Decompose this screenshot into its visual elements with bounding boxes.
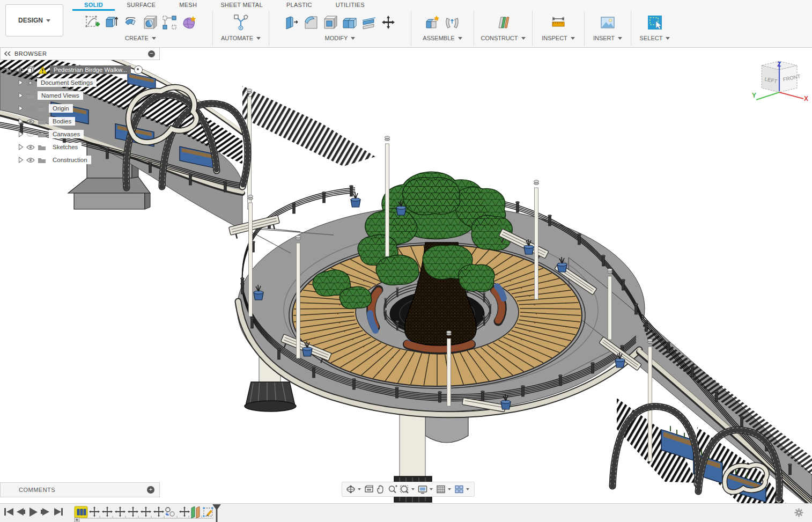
minimize-icon[interactable]: − [148, 50, 155, 57]
collapsed-arrow-icon[interactable] [18, 157, 24, 163]
eye-hidden-icon[interactable] [26, 131, 35, 137]
activate-component-radio[interactable] [134, 65, 143, 74]
go-to-start-button[interactable] [4, 508, 13, 516]
browser-root-row[interactable]: Pedestrian Birdge Walkw... [0, 63, 160, 76]
axis-x-label[interactable]: X [804, 95, 808, 102]
revolve-icon[interactable] [122, 14, 139, 31]
hole-icon[interactable] [142, 14, 159, 31]
create-sketch-icon[interactable] [84, 14, 101, 31]
joint-icon[interactable] [444, 14, 461, 31]
collapsed-arrow-icon[interactable] [18, 118, 24, 124]
timeline-playhead[interactable] [212, 504, 221, 522]
group-label-create[interactable]: CREATE [125, 35, 149, 41]
group-label-modify[interactable]: MODIFY [325, 35, 348, 41]
step-forward-button[interactable] [41, 508, 49, 516]
tree-item-label[interactable]: Origin [49, 104, 73, 113]
chevron-down-icon[interactable] [466, 488, 469, 490]
add-comment-icon[interactable]: + [147, 486, 154, 494]
eye-icon[interactable] [26, 119, 35, 124]
feature-move[interactable] [153, 506, 164, 517]
eye-hidden-icon[interactable] [26, 106, 35, 112]
browser-header[interactable]: BROWSER − [0, 47, 160, 60]
group-label-inspect[interactable]: INSPECT [542, 35, 567, 41]
tree-item-label[interactable]: Named Views [38, 91, 83, 100]
feature-offset-plane[interactable] [191, 506, 200, 518]
feature-move[interactable] [115, 506, 126, 517]
timeline-settings-gear-icon[interactable] [794, 508, 803, 517]
browser-row-construction[interactable]: Construction [0, 153, 160, 166]
tree-item-label[interactable]: Sketches [49, 143, 82, 151]
combine-icon[interactable] [341, 14, 358, 31]
tree-item-label[interactable]: Document Settings [37, 78, 97, 87]
eye-icon[interactable] [26, 157, 35, 163]
tab-mesh[interactable]: MESH [167, 0, 209, 11]
zoom-icon[interactable] [387, 484, 398, 494]
shell-icon[interactable] [322, 14, 339, 31]
orbit-icon[interactable] [345, 484, 356, 494]
fit-icon[interactable] [399, 484, 410, 494]
chevron-down-icon[interactable] [430, 488, 433, 490]
chevron-down-icon[interactable] [448, 488, 451, 490]
pan-icon[interactable] [375, 484, 386, 494]
display-settings-icon[interactable] [417, 484, 428, 494]
feature-move[interactable] [102, 506, 113, 517]
axis-z-label[interactable]: Z [777, 61, 781, 68]
browser-row-named-views[interactable]: Named Views [0, 89, 160, 102]
tab-surface[interactable]: SURFACE [115, 0, 167, 11]
collapse-panel-icon[interactable] [4, 51, 11, 56]
tree-item-label[interactable]: Canvases [49, 130, 84, 138]
browser-row-sketches[interactable]: Sketches [0, 141, 160, 153]
eye-icon[interactable] [16, 67, 24, 73]
browser-row-canvases[interactable]: Canvases [0, 128, 160, 141]
eye-icon[interactable] [26, 144, 35, 150]
feature-replace[interactable] [166, 508, 174, 516]
tree-item-label[interactable]: Construction [49, 156, 91, 164]
chevron-down-icon[interactable] [358, 488, 361, 490]
collapsed-arrow-icon[interactable] [18, 131, 24, 137]
feature-move[interactable] [89, 506, 100, 517]
collapsed-arrow-icon[interactable] [18, 105, 24, 112]
comments-panel[interactable]: COMMENTS + [0, 482, 160, 497]
viewports-icon[interactable] [454, 484, 464, 494]
new-component-icon[interactable] [424, 14, 441, 31]
automate-icon[interactable] [232, 14, 249, 31]
group-label-insert[interactable]: INSERT [593, 35, 615, 41]
group-label-assemble[interactable]: ASSEMBLE [423, 35, 454, 41]
feature-sketch[interactable] [203, 508, 213, 517]
expanded-arrow-icon[interactable] [5, 66, 13, 73]
press-pull-icon[interactable] [283, 14, 300, 31]
play-button[interactable] [29, 508, 38, 517]
group-label-construct[interactable]: CONSTRUCT [481, 35, 518, 41]
split-body-icon[interactable] [360, 14, 378, 31]
construct-plane-icon[interactable] [494, 14, 512, 31]
tree-item-label[interactable]: Bodies [49, 117, 75, 126]
create-form-icon[interactable] [180, 14, 197, 31]
feature-move[interactable] [128, 506, 138, 517]
measure-icon[interactable] [550, 14, 567, 31]
browser-row-document-settings[interactable]: Document Settings [0, 76, 160, 89]
grid-display-icon[interactable] [435, 484, 446, 494]
browser-row-bodies[interactable]: Bodies [0, 115, 160, 128]
collapsed-arrow-icon[interactable] [18, 92, 24, 99]
collapsed-arrow-icon[interactable] [18, 144, 24, 150]
axis-y-label[interactable]: Y [752, 92, 756, 99]
select-icon[interactable] [646, 14, 663, 31]
step-back-button[interactable] [17, 508, 25, 516]
fillet-icon[interactable] [302, 14, 320, 31]
tab-plastic[interactable]: PLASTIC [275, 0, 324, 11]
view-cube[interactable]: Z Y X LEFT FRONT [750, 54, 809, 113]
workspace-selector[interactable]: DESIGN [5, 4, 63, 36]
feature-move[interactable] [141, 506, 151, 517]
extrude-icon[interactable] [103, 14, 120, 31]
root-document-label[interactable]: Pedestrian Birdge Walkw... [50, 65, 131, 74]
group-label-automate[interactable]: AUTOMATE [221, 35, 253, 41]
pattern-icon[interactable] [161, 14, 178, 31]
chevron-down-icon[interactable] [411, 488, 415, 490]
group-label-select[interactable]: SELECT [640, 35, 663, 41]
tab-utilities[interactable]: UTILITIES [324, 0, 377, 11]
collapsed-arrow-icon[interactable] [18, 79, 24, 86]
tab-solid[interactable]: SOLID [72, 0, 115, 11]
insert-image-icon[interactable] [599, 14, 616, 31]
go-to-end-button[interactable] [54, 508, 63, 516]
tab-sheet-metal[interactable]: SHEET METAL [209, 0, 275, 11]
